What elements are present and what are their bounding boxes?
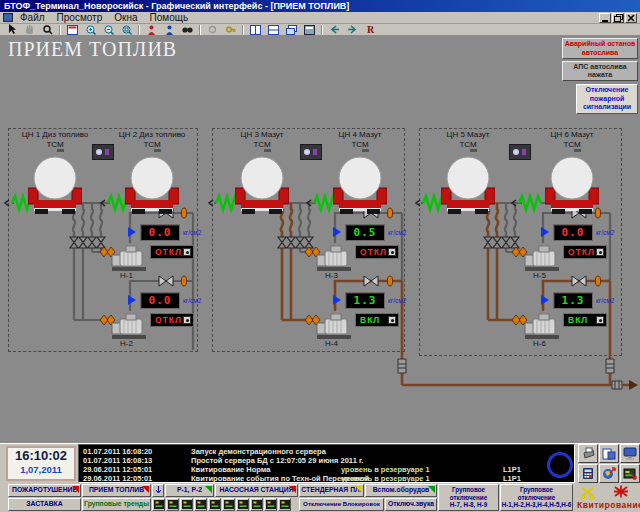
flow-arrow-icon bbox=[541, 295, 549, 305]
pump-name: Н-3 bbox=[325, 272, 338, 280]
nav-stender-platform-button[interactable]: СТЕНДЕРНАЯ ПЛ. bbox=[299, 484, 364, 497]
ack-indicator bbox=[596, 248, 604, 256]
pump-status-n4: ВКЛ bbox=[355, 313, 399, 327]
nav-interlock-off-button[interactable]: Отключение Блокировок bbox=[299, 498, 384, 511]
truck-label: ЦН 6 МазутТСМ bbox=[525, 130, 619, 149]
trend-screen-button-2[interactable] bbox=[166, 498, 179, 511]
clock-time: 16:10:02 bbox=[8, 448, 74, 465]
tanker-truck-2 bbox=[125, 148, 179, 218]
alarm-ts: 01.07.2011 16:08:13 bbox=[83, 457, 152, 465]
application-window: БТОФ_Терминал_Новоросийск - Графический … bbox=[0, 0, 640, 512]
outflow-arrow bbox=[629, 380, 638, 390]
alarm-badge bbox=[428, 486, 435, 493]
print-icon[interactable] bbox=[578, 444, 598, 463]
pump-status-n2: ОТКЛ bbox=[150, 313, 194, 327]
flow-arrow-icon bbox=[333, 295, 341, 305]
pressure-unit: кг/см2 bbox=[596, 298, 614, 305]
nav-mini-button[interactable] bbox=[152, 484, 164, 497]
alarm-detail: уровень в резервуаре 1 bbox=[341, 466, 430, 474]
alarm-msg: Квитирование Норма bbox=[191, 466, 270, 474]
alarm-badge bbox=[355, 486, 362, 493]
truck-label: ЦН 3 МазутТСМ bbox=[215, 130, 309, 149]
alarm-detail: уровень в резервуаре 1 bbox=[341, 475, 430, 483]
calculator-icon[interactable] bbox=[578, 464, 598, 483]
alarm-badge bbox=[142, 486, 149, 493]
ack-indicator bbox=[183, 248, 191, 256]
tanker-truck-4 bbox=[333, 148, 387, 218]
pump-name: Н-5 bbox=[533, 272, 546, 280]
clock: 16:10:02 1,07,2011 bbox=[6, 446, 76, 481]
trend-screen-button-6[interactable] bbox=[222, 498, 235, 511]
flow-arrow-icon bbox=[128, 295, 136, 305]
tanker-truck-5 bbox=[441, 148, 495, 218]
flow-arrow-icon bbox=[541, 227, 549, 237]
trend-screen-button-3[interactable] bbox=[180, 498, 193, 511]
ack-indicator bbox=[596, 316, 604, 324]
alarm-msg: Запуск демонстрационного сервера bbox=[191, 448, 326, 456]
vendor-logo bbox=[547, 452, 573, 478]
pressure-display-n3: 0.5 bbox=[345, 224, 385, 241]
pump-name: Н-6 bbox=[533, 340, 546, 348]
pressure-display-n2: 0.0 bbox=[140, 292, 180, 309]
export-report-icon[interactable] bbox=[599, 444, 619, 463]
acknowledge-label[interactable]: Квитирование bbox=[577, 501, 640, 510]
truck-label: ЦН 1 Диз топливоТСМ bbox=[8, 130, 102, 149]
pressure-display-n6: 1.3 bbox=[553, 292, 593, 309]
trend-screen-button-10[interactable] bbox=[278, 498, 291, 511]
nav-r1-r2-button[interactable]: Р-1, Р-2 bbox=[165, 484, 214, 497]
pressure-unit: кг/см2 bbox=[388, 230, 406, 237]
alarm-ts: 29.06.2011 12:05:01 bbox=[83, 475, 152, 483]
alarm-ts: 01.07.2011 16:08:20 bbox=[83, 448, 152, 456]
workstation-icon[interactable] bbox=[620, 444, 640, 463]
trend-screen-button-9[interactable] bbox=[264, 498, 277, 511]
nav-aux-equipment-button[interactable]: Вспом.оборудов bbox=[365, 484, 437, 497]
pressure-unit: кг/см2 bbox=[388, 298, 406, 305]
alarm-badge bbox=[205, 486, 212, 493]
globe-trends-icon[interactable] bbox=[599, 464, 619, 483]
clock-date: 1,07,2011 bbox=[8, 465, 74, 475]
group-off-h7-h9-button[interactable]: ГрупповоеотключениеН-7, Н-8, Н-9 bbox=[438, 484, 499, 511]
alarm-list: 01.07.2011 16:08:20 Запуск демонстрацион… bbox=[78, 444, 575, 483]
nav-sound-off-button[interactable]: Отключ.звука bbox=[385, 498, 437, 511]
trend-screen-button-4[interactable] bbox=[194, 498, 207, 511]
alarm-ts: 29.06.2011 12:05:01 bbox=[83, 466, 152, 474]
group-off-h1-h6-button[interactable]: Групповое отключениеН-1,Н-2,Н-3,Н-4,Н-5,… bbox=[500, 484, 573, 511]
trend-screen-button-1[interactable] bbox=[152, 498, 165, 511]
pressure-display-n4: 1.3 bbox=[345, 292, 385, 309]
truck-label: ЦН 4 МазутТСМ bbox=[313, 130, 407, 149]
pressure-unit: кг/см2 bbox=[596, 230, 614, 237]
pump-name: Н-4 bbox=[325, 340, 338, 348]
pump-name: Н-2 bbox=[120, 340, 133, 348]
flow-arrow-icon bbox=[128, 227, 136, 237]
ack-indicator bbox=[388, 316, 396, 324]
alarm-tag: L1P1 bbox=[503, 475, 521, 483]
alarm-badge bbox=[289, 486, 296, 493]
nav-fuel-reception-button[interactable]: ПРИЕМ ТОПЛИВ bbox=[82, 484, 151, 497]
nav-fire-suppression-button[interactable]: ПОЖАРОТУШЕНИЕ bbox=[8, 484, 81, 497]
pump-status-n6: ВКЛ bbox=[563, 313, 607, 327]
nav-group-trends-button[interactable]: Групповые тренды bbox=[82, 498, 151, 511]
pressure-unit: кг/см2 bbox=[183, 230, 201, 237]
screen-report-icon[interactable] bbox=[620, 464, 640, 483]
trend-screen-button-7[interactable] bbox=[236, 498, 249, 511]
pressure-display-n1: 0.0 bbox=[140, 224, 180, 241]
pressure-unit: кг/см2 bbox=[183, 298, 201, 305]
tanker-truck-6 bbox=[545, 148, 599, 218]
truck-label: ЦН 2 Диз топливоТСМ bbox=[105, 130, 199, 149]
tanker-truck-3 bbox=[235, 148, 289, 218]
nav-pump-station-button[interactable]: НАСОСНАЯ СТАНЦИЯ bbox=[215, 484, 298, 497]
alarm-tag: L1P1 bbox=[503, 466, 521, 474]
flow-arrow-icon bbox=[333, 227, 341, 237]
alarm-msg: Простой сервера БД с 12:07:05 29 июня 20… bbox=[191, 457, 363, 465]
ack-indicator bbox=[388, 248, 396, 256]
pressure-display-n5: 0.0 bbox=[553, 224, 593, 241]
pump-status-n1: ОТКЛ bbox=[150, 245, 194, 259]
nav-splash-button[interactable]: ЗАСТАВКА bbox=[8, 498, 81, 511]
pump-status-n5: ОТКЛ bbox=[563, 245, 607, 259]
alarm-badge bbox=[72, 486, 79, 493]
pump-name: Н-1 bbox=[120, 272, 133, 280]
ack-indicator bbox=[183, 316, 191, 324]
trend-screen-button-5[interactable] bbox=[208, 498, 221, 511]
trend-screen-button-8[interactable] bbox=[250, 498, 263, 511]
utility-icon-grid bbox=[578, 444, 640, 484]
